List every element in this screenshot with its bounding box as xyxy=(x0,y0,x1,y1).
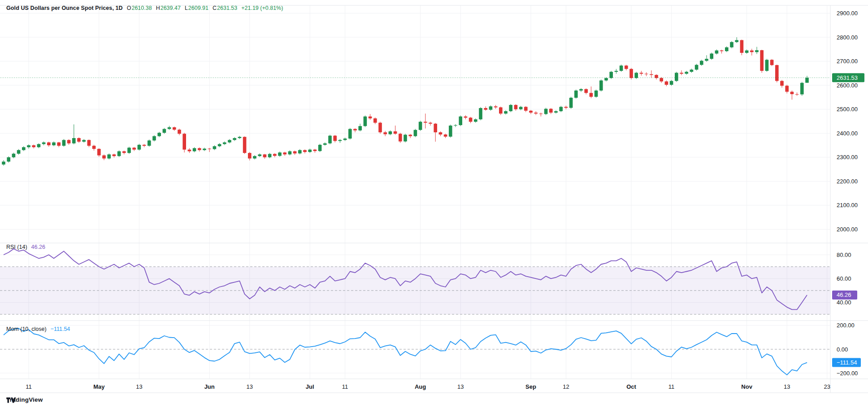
candle[interactable] xyxy=(740,40,744,52)
candle[interactable] xyxy=(695,65,699,70)
main-chart-legend[interactable]: Gold US Dollars per Ounce Spot Prices, 1… xyxy=(6,5,283,11)
candle[interactable] xyxy=(509,105,512,111)
candle[interactable] xyxy=(343,139,347,140)
candle[interactable] xyxy=(258,154,261,156)
candle[interactable] xyxy=(333,136,337,141)
candle[interactable] xyxy=(213,146,217,149)
candle[interactable] xyxy=(700,61,703,65)
candle[interactable] xyxy=(358,126,362,130)
candle[interactable] xyxy=(800,83,804,95)
candle[interactable] xyxy=(579,89,583,91)
candle[interactable] xyxy=(730,42,733,48)
candle[interactable] xyxy=(725,48,729,52)
candle[interactable] xyxy=(785,86,789,91)
candle[interactable] xyxy=(193,148,196,151)
candle[interactable] xyxy=(615,71,618,72)
candle[interactable] xyxy=(414,130,417,136)
candle[interactable] xyxy=(263,154,267,157)
candle[interactable] xyxy=(640,73,643,74)
candle[interactable] xyxy=(394,131,397,134)
candle[interactable] xyxy=(107,154,111,158)
candle[interactable] xyxy=(303,150,307,152)
candle[interactable] xyxy=(238,137,242,138)
candle[interactable] xyxy=(439,132,443,135)
candle[interactable] xyxy=(127,148,131,153)
candle[interactable] xyxy=(22,147,26,150)
candle[interactable] xyxy=(37,144,41,147)
candle[interactable] xyxy=(750,51,754,52)
candle[interactable] xyxy=(660,78,663,81)
candle[interactable] xyxy=(313,150,317,151)
candle[interactable] xyxy=(459,117,462,125)
candle[interactable] xyxy=(620,65,623,71)
candle[interactable] xyxy=(42,143,46,144)
candle[interactable] xyxy=(685,72,688,74)
candle[interactable] xyxy=(369,117,372,118)
candle[interactable] xyxy=(113,154,116,156)
candle[interactable] xyxy=(293,151,297,153)
candle[interactable] xyxy=(735,40,738,42)
candle[interactable] xyxy=(745,51,749,53)
candle[interactable] xyxy=(539,113,543,114)
candle[interactable] xyxy=(404,135,407,141)
candle[interactable] xyxy=(554,111,558,113)
candle[interactable] xyxy=(62,140,66,146)
candle[interactable] xyxy=(424,122,427,123)
candle[interactable] xyxy=(117,151,121,156)
candle[interactable] xyxy=(353,129,357,130)
candle[interactable] xyxy=(499,107,503,113)
candle[interactable] xyxy=(228,140,231,142)
candle[interactable] xyxy=(47,143,51,145)
candlestick-series[interactable] xyxy=(2,37,809,165)
candle[interactable] xyxy=(52,143,56,145)
candle[interactable] xyxy=(97,149,101,155)
candle[interactable] xyxy=(408,135,412,136)
candle[interactable] xyxy=(148,140,151,146)
candle[interactable] xyxy=(268,154,272,157)
candle[interactable] xyxy=(559,107,563,111)
candle[interactable] xyxy=(203,149,206,150)
candle[interactable] xyxy=(233,138,236,140)
candle[interactable] xyxy=(138,145,141,150)
momentum-series[interactable] xyxy=(4,329,807,375)
candle[interactable] xyxy=(775,65,779,81)
candle[interactable] xyxy=(182,134,186,149)
candle[interactable] xyxy=(790,92,794,94)
candle[interactable] xyxy=(780,81,784,86)
candle[interactable] xyxy=(690,69,694,72)
candle[interactable] xyxy=(383,132,387,134)
candle[interactable] xyxy=(188,150,191,152)
candle[interactable] xyxy=(625,65,628,69)
candle[interactable] xyxy=(524,107,528,111)
candle[interactable] xyxy=(248,153,252,158)
candle[interactable] xyxy=(7,157,10,162)
momentum-legend[interactable]: Mom (10, close) −111.54 xyxy=(6,326,70,332)
candle[interactable] xyxy=(399,134,402,141)
momentum-axis[interactable]: 200.000.00−200.00 xyxy=(837,322,858,376)
candle[interactable] xyxy=(464,117,468,118)
candle[interactable] xyxy=(419,122,422,130)
candle[interactable] xyxy=(163,129,166,133)
candle[interactable] xyxy=(474,119,477,122)
candle[interactable] xyxy=(218,144,221,146)
time-axis[interactable]: 11May13Jun13Jul11Aug13Sep12Oct11Nov1323 xyxy=(26,383,830,390)
candle[interactable] xyxy=(454,125,457,126)
candle[interactable] xyxy=(484,108,487,110)
candle[interactable] xyxy=(308,150,312,152)
candle[interactable] xyxy=(770,60,774,65)
candle[interactable] xyxy=(670,81,673,85)
candle[interactable] xyxy=(479,108,482,119)
candle[interactable] xyxy=(72,138,76,143)
candle[interactable] xyxy=(469,117,473,122)
candle[interactable] xyxy=(152,136,156,141)
candle[interactable] xyxy=(173,127,176,130)
candle[interactable] xyxy=(328,136,332,143)
momentum-line[interactable] xyxy=(4,329,807,375)
candle[interactable] xyxy=(715,51,719,54)
candle[interactable] xyxy=(720,51,724,52)
candle[interactable] xyxy=(665,82,668,85)
candle[interactable] xyxy=(339,140,342,141)
candle[interactable] xyxy=(675,73,678,81)
candle[interactable] xyxy=(519,107,523,109)
candle[interactable] xyxy=(504,111,508,113)
